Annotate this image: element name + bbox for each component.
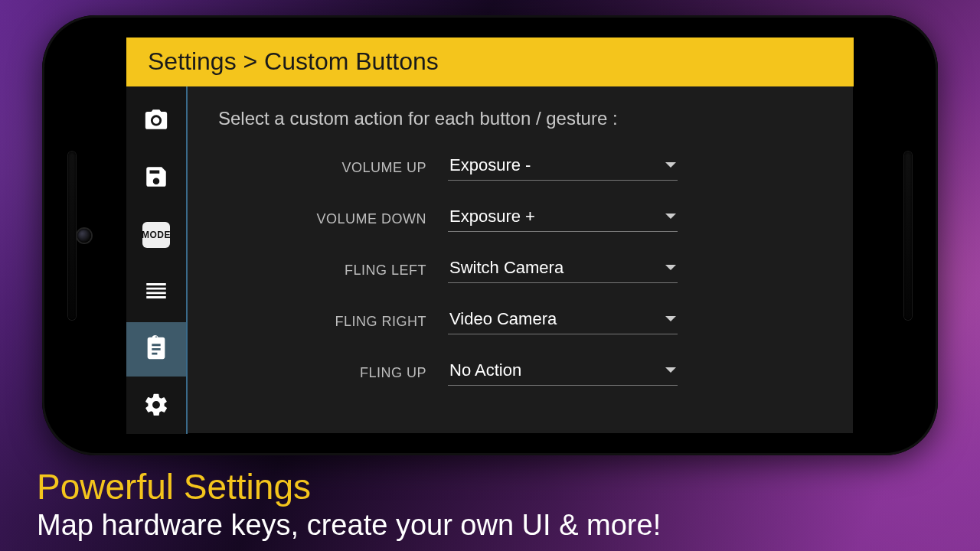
camera-icon (143, 106, 169, 135)
dropdown-volume-down[interactable]: Exposure + (448, 204, 678, 232)
sidebar-item-save[interactable] (126, 151, 186, 205)
phone-mockup: Settings > Custom Buttons MODE (42, 15, 938, 455)
dropdown-volume-up[interactable]: Exposure - (448, 152, 678, 181)
promo-caption: Powerful Settings Map hardware keys, cre… (37, 466, 661, 542)
screen-body: MODE Sele (126, 86, 854, 434)
chevron-down-icon (665, 265, 676, 270)
list-icon (143, 278, 169, 307)
sidebar: MODE (126, 86, 188, 434)
mode-icon: MODE (142, 222, 170, 248)
dropdown-value: Exposure + (449, 207, 535, 227)
save-icon (143, 164, 169, 193)
bezel-right (854, 15, 938, 455)
dropdown-value: No Action (449, 360, 521, 380)
dropdown-value: Switch Camera (449, 258, 564, 278)
setting-row-volume-down: VOLUME DOWN Exposure + (218, 204, 823, 232)
sidebar-item-clipboard[interactable] (126, 322, 186, 377)
chevron-down-icon (665, 367, 676, 373)
setting-label: FLING UP (218, 365, 448, 386)
front-camera-dot (77, 229, 91, 243)
sidebar-item-list[interactable] (126, 266, 186, 320)
caption-subtitle: Map hardware keys, create your own UI & … (37, 509, 661, 542)
dropdown-fling-left[interactable]: Switch Camera (448, 255, 678, 283)
dropdown-fling-up[interactable]: No Action (448, 357, 678, 386)
dropdown-value: Exposure - (449, 155, 531, 175)
setting-label: FLING RIGHT (218, 314, 448, 334)
gear-icon (143, 392, 169, 421)
content-pane: Select a custom action for each button /… (188, 86, 854, 434)
chevron-down-icon (665, 214, 676, 219)
instruction-text: Select a custom action for each button /… (218, 108, 823, 129)
setting-label: FLING LEFT (218, 262, 448, 283)
device-screen: Settings > Custom Buttons MODE (126, 37, 854, 434)
clipboard-icon (143, 335, 169, 364)
sidebar-item-camera[interactable] (126, 94, 186, 148)
sidebar-item-settings[interactable] (126, 380, 186, 434)
setting-row-fling-right: FLING RIGHT Video Camera (218, 306, 823, 334)
dropdown-fling-right[interactable]: Video Camera (448, 306, 678, 334)
setting-row-fling-left: FLING LEFT Switch Camera (218, 255, 823, 283)
setting-label: VOLUME UP (218, 160, 448, 181)
speaker-grille-right (904, 152, 912, 320)
bezel-left (42, 15, 126, 455)
chevron-down-icon (665, 162, 676, 168)
breadcrumb: Settings > Custom Buttons (148, 47, 439, 76)
setting-row-volume-up: VOLUME UP Exposure - (218, 152, 823, 181)
setting-row-fling-up: FLING UP No Action (218, 357, 823, 386)
caption-title: Powerful Settings (37, 466, 661, 507)
titlebar: Settings > Custom Buttons (126, 37, 854, 86)
setting-label: VOLUME DOWN (218, 211, 448, 232)
chevron-down-icon (665, 316, 676, 321)
dropdown-value: Video Camera (449, 309, 557, 329)
sidebar-item-mode[interactable]: MODE (126, 208, 186, 262)
speaker-grille-left (68, 152, 76, 320)
